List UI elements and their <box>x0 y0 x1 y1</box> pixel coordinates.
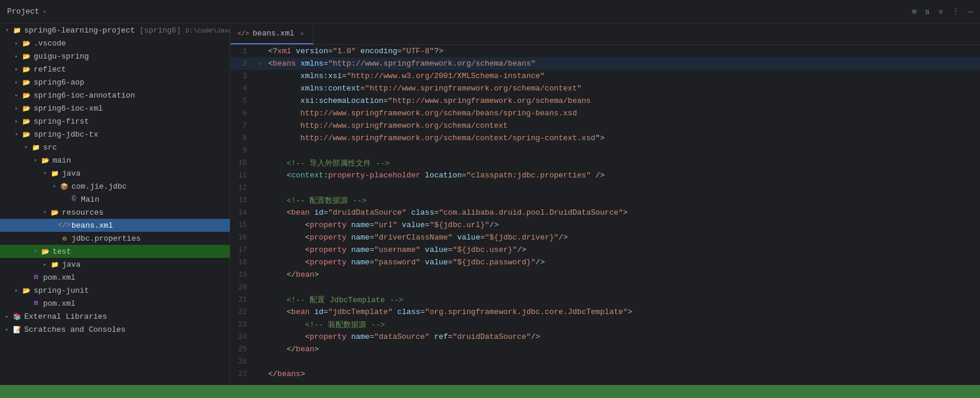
tree-item-guigu-spring[interactable]: 📂 guigu-spring <box>0 50 230 63</box>
tree-item-spring-junit[interactable]: 📂 spring-junit <box>0 284 230 297</box>
tree-arrow-java <box>40 169 50 178</box>
jdbc-properties-label: jdbc.properties <box>71 234 141 243</box>
tree-item-pom-root[interactable]: m pom.xml <box>0 297 230 310</box>
line-content-13: <!-- 配置数据源 --> <box>266 195 366 206</box>
tree-item-main[interactable]: 📂 main <box>0 154 230 167</box>
chevron-updown-icon[interactable]: ⇅ <box>925 7 930 17</box>
code-line-6: 6 http://www.springframework.org/schema/… <box>230 107 980 119</box>
folder-icon-vscode: 📂 <box>21 38 32 48</box>
code-line-13: 13 <!-- 配置数据源 --> <box>230 194 980 206</box>
spring6aop-label: spring6-aop <box>34 78 84 87</box>
tree-item-spring6-aop[interactable]: 📂 spring6-aop <box>0 76 230 89</box>
editor-content[interactable]: 1 <?xml version="1.0" encoding="UTF-8"?>… <box>230 45 980 385</box>
main-dir-label: main <box>53 156 71 165</box>
code-line-21: 21 <!-- 配置 JdbcTemplate --> <box>230 293 980 306</box>
tree-item-java-test[interactable]: 📁 java <box>0 258 230 271</box>
tree-item-scratches[interactable]: 📝 Scratches and Consoles <box>0 323 230 336</box>
tree-item-resources[interactable]: 📂 resources <box>0 206 230 219</box>
line-num-11: 11 <box>230 172 254 180</box>
line-content-25: </bean> <box>266 345 319 354</box>
java-test-label: java <box>62 260 80 269</box>
folder-icon-test: 📂 <box>40 247 51 256</box>
code-line-3: 3 xmlns:xsi="http://www.w3.org/2001/XMLS… <box>230 70 980 82</box>
fold-icon-2[interactable]: ▾ <box>258 60 262 67</box>
java-folder-icon: 📁 <box>50 169 60 178</box>
springfirst-label: spring-first <box>34 117 89 126</box>
code-line-5: 5 xsi:schemaLocation="http://www.springf… <box>230 95 980 107</box>
tree-arrow-root <box>2 25 12 35</box>
tree-item-spring6-learning-project[interactable]: 📁 spring6-learning-project [spring6] D:\… <box>0 24 230 37</box>
tree-item-com-jie-jdbc[interactable]: 📦 com.jie.jdbc <box>0 180 230 193</box>
tab-beans-xml[interactable]: </> beans.xml ✕ <box>230 24 314 44</box>
minimize-icon[interactable]: — <box>968 7 973 17</box>
tree-arrow-pom-springjdbc <box>21 273 31 282</box>
line-content-7: http://www.springframework.org/schema/co… <box>266 121 508 130</box>
code-line-20: 20 <box>230 281 980 293</box>
tree-item-spring6-ioc-annotation[interactable]: 📂 spring6-ioc-annotation <box>0 89 230 102</box>
folder-icon-guigu: 📂 <box>21 51 32 61</box>
test-label: test <box>53 247 71 256</box>
folder-icon-springfirst: 📂 <box>21 117 32 126</box>
line-num-7: 7 <box>230 122 254 130</box>
tree-item-jdbc-properties[interactable]: ⚙ jdbc.properties <box>0 232 230 245</box>
scratches-label: Scratches and Consoles <box>24 325 126 334</box>
tree-item-java[interactable]: 📁 java <box>0 167 230 180</box>
tree-item-main-class[interactable]: © Main <box>0 193 230 206</box>
tree-arrow-extlib <box>2 312 12 321</box>
tree-arrow-spring6ioc-ann <box>12 90 21 100</box>
code-line-14: 14 <bean id="druidDataSource" class="com… <box>230 206 980 219</box>
project-label: Project ▾ <box>7 7 47 16</box>
code-lines: 1 <?xml version="1.0" encoding="UTF-8"?>… <box>230 45 980 385</box>
springjdbc-label: spring-jdbc-tx <box>34 130 98 139</box>
tree-item-pom-springjdbc[interactable]: m pom.xml <box>0 271 230 284</box>
folder-icon-main: 📂 <box>40 156 51 165</box>
project-title[interactable]: Project <box>7 7 40 16</box>
code-line-26: 26 <box>230 355 980 368</box>
tree-item-src[interactable]: 📁 src <box>0 141 230 154</box>
tab-close-button[interactable]: ✕ <box>298 30 306 38</box>
folder-icon-resources: 📂 <box>50 208 60 217</box>
tree-item-spring-first[interactable]: 📂 spring-first <box>0 115 230 128</box>
tab-label: beans.xml <box>253 29 294 38</box>
extlib-icon: 📚 <box>12 312 22 321</box>
beans-xml-label: beans.xml <box>71 221 113 230</box>
tree-arrow-guigu <box>12 51 21 61</box>
project-chevron-icon[interactable]: ▾ <box>43 8 47 15</box>
tree-item-test[interactable]: 📂 test <box>0 245 230 258</box>
root-project-icon: 📁 <box>12 25 22 35</box>
pom-springjdbc-label: pom.xml <box>43 273 76 282</box>
globe-icon[interactable]: ⊕ <box>911 7 916 17</box>
code-line-1: 1 <?xml version="1.0" encoding="UTF-8"?> <box>230 45 980 57</box>
extlib-label: External Libraries <box>24 312 107 321</box>
tree-arrow-package <box>50 182 59 191</box>
code-line-22: 22 <bean id="jdbcTemplate" class="org.sp… <box>230 306 980 318</box>
line-content-18: <property name="password" value="${jdbc.… <box>266 258 545 267</box>
root-project-label: spring6-learning-project [spring6] D:\co… <box>24 26 230 35</box>
folder-icon-spring6ioc-ann: 📂 <box>21 90 32 100</box>
code-line-10: 10 <!-- 导入外部属性文件 --> <box>230 157 980 169</box>
tree-arrow-main-dir <box>31 156 40 165</box>
gutter-2: ▾ <box>254 60 266 67</box>
vscode-label: .vscode <box>34 39 66 48</box>
tree-item-reflect[interactable]: 📂 reflect <box>0 63 230 76</box>
folder-icon-reflect: 📂 <box>21 64 32 74</box>
properties-file-icon: ⚙ <box>59 234 70 243</box>
line-content-17: <property name="username" value="${jdbc.… <box>266 245 526 254</box>
tab-bar: </> beans.xml ✕ <box>230 24 980 45</box>
line-num-15: 15 <box>230 221 254 229</box>
resources-label: resources <box>62 208 103 217</box>
tree-item-vscode[interactable]: 📂 .vscode <box>0 37 230 50</box>
tree-item-spring6-ioc-xml[interactable]: 📂 spring6-ioc-xml <box>0 102 230 115</box>
tree-arrow-springjdbc <box>12 130 21 139</box>
tree-item-external-libraries[interactable]: 📚 External Libraries <box>0 310 230 323</box>
line-content-10: <!-- 导入外部属性文件 --> <box>266 158 389 169</box>
tree-arrow-scratches <box>2 325 12 334</box>
code-line-7: 7 http://www.springframework.org/schema/… <box>230 119 980 132</box>
more-options-icon[interactable]: ⋮ <box>952 7 960 17</box>
code-line-11: 11 <context:property-placeholder locatio… <box>230 169 980 182</box>
tree-item-spring-jdbc-tx[interactable]: 📂 spring-jdbc-tx <box>0 128 230 141</box>
tree-arrow-vscode <box>12 38 21 48</box>
tree-item-beans-xml[interactable]: </> beans.xml <box>0 219 230 232</box>
close-panel-icon[interactable]: ✕ <box>938 7 943 17</box>
code-line-8: 8 http://www.springframework.org/schema/… <box>230 132 980 144</box>
